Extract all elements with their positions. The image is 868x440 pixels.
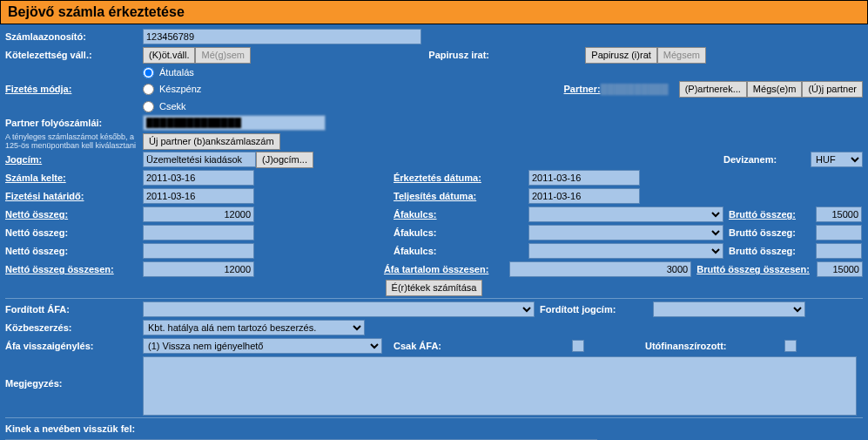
brutto1-input[interactable] xyxy=(816,206,862,222)
label-afakulcs3: Áfakulcs: xyxy=(394,246,528,256)
ertekek-button[interactable]: É(r)tékek számítása xyxy=(386,280,483,296)
label-fizmod: Fizetés módja: xyxy=(5,84,143,94)
label-atutalas: Átutalás xyxy=(159,67,194,78)
label-csak-afa: Csak ÁFA: xyxy=(394,341,528,351)
netto2-input[interactable] xyxy=(143,225,254,240)
folyoszamla-input[interactable] xyxy=(143,115,326,131)
label-jogcim: Jogcím: xyxy=(5,154,143,165)
label-netto2: Nettó összeg: xyxy=(5,227,143,238)
radio-keszpenz[interactable] xyxy=(143,84,154,95)
ford-jogcim-select[interactable] xyxy=(653,301,805,317)
devizanem-select[interactable]: HUF xyxy=(811,152,863,167)
afa-vissza-select[interactable]: (1) Vissza nem igényelhető xyxy=(143,338,382,354)
label-csekk: Csekk xyxy=(159,101,186,112)
kozbeszerzes-select[interactable]: Kbt. hatálya alá nem tartozó beszerzés. xyxy=(143,320,365,335)
netto1-input[interactable] xyxy=(143,206,254,222)
szamla-kelte-input[interactable] xyxy=(143,170,254,186)
szamlaazon-input[interactable] xyxy=(143,29,421,44)
radio-atutalas[interactable] xyxy=(143,67,154,78)
csak-afa-checkbox[interactable] xyxy=(572,340,584,352)
label-netto3: Nettó összeg: xyxy=(5,246,143,256)
radio-csekk[interactable] xyxy=(143,101,154,112)
partner-name: ██████████ xyxy=(601,84,679,94)
label-papirusz: Papirusz irat: xyxy=(428,50,585,60)
label-kinek: Kinek a nevében visszük fel: xyxy=(5,423,135,434)
page-title: Bejövő számla érkeztetése xyxy=(0,0,868,24)
ford-afa-select[interactable] xyxy=(143,301,535,317)
form-body: Számlaazonosító: Kötelezettség váll.: (K… xyxy=(0,24,868,440)
papirusz-button[interactable]: Papirusz (i)rat xyxy=(585,47,656,64)
label-brutto3: Bruttó összeg: xyxy=(729,246,816,256)
ujbank-button[interactable]: Új partner (b)ankszámlaszám xyxy=(143,133,280,150)
label-telj-datum: Teljesítés dátuma: xyxy=(394,191,528,201)
afakulcs2-select[interactable] xyxy=(528,225,723,240)
ujpartner-button[interactable]: (Ú)j partner xyxy=(802,81,863,98)
label-partner: Partner: xyxy=(563,84,600,94)
netto3-input[interactable] xyxy=(143,243,254,259)
label-afa-vissza: Áfa visszaigénylés: xyxy=(5,341,143,351)
label-netto-sum: Nettó összeg összesen: xyxy=(5,264,143,274)
megsem3-button[interactable]: Mégs(e)m xyxy=(747,81,803,98)
label-afakulcs2: Áfakulcs: xyxy=(394,227,528,238)
afakulcs3-select[interactable] xyxy=(528,243,723,259)
megjegyzes-textarea[interactable] xyxy=(143,356,857,416)
label-ford-afa: Fordított ÁFA: xyxy=(5,304,143,315)
brutto-sum-input[interactable] xyxy=(817,261,863,277)
jogcim-input[interactable] xyxy=(143,152,256,167)
label-ford-jogcim: Fordított jogcím: xyxy=(540,304,653,315)
label-szamla-kelte: Számla kelte: xyxy=(5,173,143,183)
label-megjegyzes: Megjegyzés: xyxy=(5,356,143,389)
fiz-hatarido-input[interactable] xyxy=(143,188,254,204)
label-folyoszamla: Partner folyószámlái: xyxy=(5,118,102,128)
megsem1-button[interactable]: Mé(g)sem xyxy=(195,47,251,64)
erk-datum-input[interactable] xyxy=(528,170,640,186)
label-brutto2: Bruttó összeg: xyxy=(729,227,816,238)
brutto3-input[interactable] xyxy=(816,243,862,259)
label-devizanem: Devizanem: xyxy=(723,154,811,165)
telj-datum-input[interactable] xyxy=(528,188,640,204)
label-afa-sum: Áfa tartalom összesen: xyxy=(384,264,509,274)
label-szamlaazon: Számlaazonosító: xyxy=(5,31,143,42)
label-kotvall: Kötelezettség váll.: xyxy=(5,50,143,60)
label-brutto-sum: Bruttó összeg összesen: xyxy=(696,264,817,274)
label-erk-datum: Érkeztetés dátuma: xyxy=(394,173,528,183)
partnerek-button[interactable]: (P)artnerek... xyxy=(679,81,747,98)
folyoszamla-note: A tényleges számlaszámot később, a 125-ö… xyxy=(5,132,143,150)
kotvall-button[interactable]: (K)öt.váll. xyxy=(143,47,195,64)
label-afakulcs1: Áfakulcs: xyxy=(394,209,528,220)
netto-sum-input[interactable] xyxy=(143,261,254,277)
label-brutto1: Bruttó összeg: xyxy=(729,209,816,220)
label-utofinansz: Utófinanszírozott: xyxy=(645,341,784,351)
brutto2-input[interactable] xyxy=(816,225,862,240)
label-kozbeszerzes: Közbeszerzés: xyxy=(5,322,143,333)
megsem2-button[interactable]: Mégsem xyxy=(657,47,706,64)
jogcim-button[interactable]: (J)ogcím... xyxy=(256,152,313,168)
utofinansz-checkbox[interactable] xyxy=(784,340,797,352)
afakulcs1-select[interactable] xyxy=(528,206,723,222)
label-fiz-hatarido: Fizetési határidő: xyxy=(5,191,143,201)
afa-sum-input[interactable] xyxy=(509,261,691,277)
label-keszpenz: Készpénz xyxy=(159,84,201,94)
label-netto1: Nettó összeg: xyxy=(5,209,143,220)
